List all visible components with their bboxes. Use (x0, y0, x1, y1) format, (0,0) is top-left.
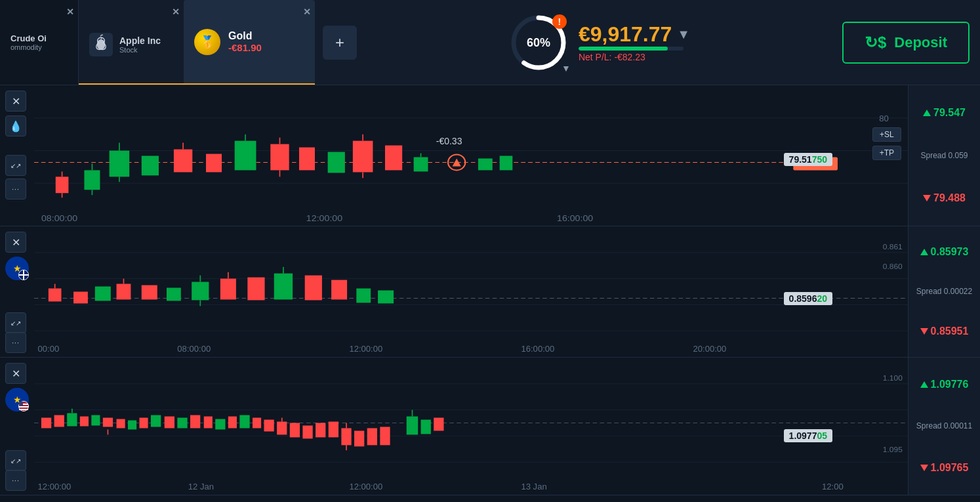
svg-rect-100 (103, 418, 113, 427)
chart1-tp-btn[interactable]: +TP (872, 146, 901, 160)
svg-rect-33 (414, 157, 428, 171)
svg-rect-111 (228, 417, 237, 429)
apple-icon (89, 33, 113, 56)
tab-apple[interactable]: ✕ Apple Inc Stock (79, 0, 184, 85)
chart2-expand-btn[interactable]: ↙↗ (5, 312, 26, 333)
arrow-up-icon-2 (920, 249, 928, 255)
add-tab-button[interactable]: + (323, 26, 357, 60)
svg-rect-119 (316, 423, 325, 438)
svg-rect-87 (19, 402, 23, 406)
chart2-svg: 00:00 08:00:00 12:00:00 16:00:00 20:00:0… (34, 226, 908, 357)
chart1-main: 08:00:00 12:00:00 16:00:00 80 79.511 -€0… (34, 85, 908, 226)
header-center: 60% ! ▼ €9,917.77 ▼ Net P/L: -€82.23 (357, 13, 842, 72)
chart1-price-down[interactable]: 79.488 (923, 192, 966, 204)
svg-rect-96 (67, 413, 77, 427)
chart3-flag: ★ (5, 388, 29, 411)
svg-rect-129 (421, 420, 431, 434)
svg-rect-110 (215, 419, 225, 430)
chart2-more-btn[interactable]: ··· (5, 332, 26, 353)
chart3-spread: Spread 0.00011 (916, 421, 972, 430)
svg-rect-12 (84, 170, 100, 190)
svg-rect-94 (41, 418, 51, 429)
balance-dropdown-arrow[interactable]: ▼ (677, 27, 690, 42)
charts-area: ✕ 💧 ↙↗ ··· (0, 85, 980, 502)
chart1-more-btn[interactable]: ··· (5, 178, 26, 199)
balance-amount: €9,917.77 (579, 22, 672, 47)
gold-tab-title: Gold (228, 30, 262, 42)
chart3-price-panel: 1.09776 Spread 0.00011 1.09765 (908, 358, 980, 495)
svg-text:12 Jan: 12 Jan (188, 483, 214, 492)
chart-panel-3: ✕ ★ ↙↗ ··· (0, 358, 980, 495)
svg-rect-85 (19, 406, 28, 408)
svg-rect-29 (353, 141, 373, 173)
chart1-close-btn[interactable]: ✕ (5, 91, 26, 112)
svg-text:1.100: 1.100 (883, 374, 903, 381)
chart3-price-up[interactable]: 1.09776 (920, 379, 969, 390)
svg-rect-121 (341, 428, 351, 445)
svg-rect-108 (190, 415, 200, 429)
chart1-sltp: +SL +TP (872, 127, 901, 160)
svg-rect-125 (367, 428, 377, 445)
svg-rect-86 (19, 409, 28, 410)
svg-rect-18 (142, 156, 159, 175)
svg-rect-22 (235, 141, 256, 171)
chart1-expand-btn[interactable]: ↙↗ (5, 155, 26, 176)
header: ✕ Crude Oi ommodity ✕ Apple Inc Stock ✕ … (0, 0, 980, 85)
svg-rect-59 (95, 287, 111, 301)
progress-container[interactable]: 60% ! ▼ (509, 13, 568, 72)
chart2-expand-area: ↙↗ (5, 312, 26, 333)
svg-rect-102 (117, 419, 125, 429)
chart1-spread: Spread 0.059 (920, 151, 968, 160)
deposit-icon: ↻$ (865, 33, 886, 52)
close-crude-tab[interactable]: ✕ (66, 7, 74, 17)
chart2-price-panel: 0.85973 Spread 0.00022 0.85951 (908, 226, 980, 357)
deposit-button[interactable]: ↻$ Deposit (842, 22, 970, 64)
chart1-sl-btn[interactable]: +SL (872, 127, 901, 142)
tab-gold[interactable]: ✕ 🥇 Gold -€81.90 (184, 0, 315, 85)
svg-rect-67 (220, 279, 236, 300)
close-apple-tab[interactable]: ✕ (172, 7, 180, 17)
svg-text:00:00: 00:00 (37, 345, 59, 354)
svg-rect-74 (356, 289, 371, 303)
svg-text:12:00:00: 12:00:00 (37, 483, 71, 492)
svg-rect-27 (299, 148, 315, 171)
chart1-current-price: 79.51750 (784, 153, 832, 166)
balance-bar-fill (579, 47, 668, 51)
chart3-expand-btn[interactable]: ↙↗ (5, 450, 26, 471)
chart3-more-area: ··· (5, 470, 26, 491)
tab-crude-oil[interactable]: ✕ Crude Oi ommodity (0, 0, 79, 85)
chart2-close-btn[interactable]: ✕ (5, 232, 26, 253)
svg-text:1.095: 1.095 (883, 446, 903, 453)
svg-rect-56 (49, 289, 62, 302)
progress-dropdown[interactable]: ▼ (561, 63, 571, 73)
svg-rect-113 (253, 418, 261, 429)
svg-text:16:00:00: 16:00:00 (521, 345, 554, 354)
close-gold-tab[interactable]: ✕ (303, 7, 311, 17)
chart1-price-panel: 79.547 Spread 0.059 79.488 (908, 85, 980, 226)
chart3-price-down[interactable]: 1.09765 (920, 462, 969, 474)
chart1-price-up[interactable]: 79.547 (923, 107, 966, 119)
svg-rect-127 (407, 417, 418, 435)
chart1-droplet-icon[interactable]: 💧 (5, 115, 26, 136)
svg-point-1 (97, 39, 106, 49)
chart2-main: 00:00 08:00:00 12:00:00 16:00:00 20:00:0… (34, 226, 908, 357)
svg-rect-62 (142, 285, 157, 300)
svg-rect-103 (128, 421, 136, 430)
svg-text:08:00:00: 08:00:00 (177, 345, 211, 354)
svg-rect-9 (56, 177, 69, 193)
svg-rect-112 (239, 415, 249, 429)
chart3-close-btn[interactable]: ✕ (5, 363, 26, 384)
svg-text:12:00:00: 12:00:00 (306, 214, 343, 223)
progress-text: 60% (527, 35, 550, 49)
svg-rect-28 (328, 152, 345, 173)
svg-text:13 Jan: 13 Jan (521, 483, 546, 492)
chart2-price-up[interactable]: 0.85973 (920, 246, 969, 258)
svg-rect-105 (151, 415, 161, 427)
chart3-more-btn[interactable]: ··· (5, 470, 26, 491)
chart2-price-down[interactable]: 0.85951 (920, 325, 969, 337)
crude-tab-subtitle: ommodity (10, 43, 47, 51)
chart1-svg: 08:00:00 12:00:00 16:00:00 80 79.511 -€0… (34, 85, 908, 226)
alert-badge: ! (552, 14, 567, 29)
svg-text:20:00:00: 20:00:00 (693, 345, 726, 354)
chart2-controls: ✕ ★ (5, 232, 29, 280)
